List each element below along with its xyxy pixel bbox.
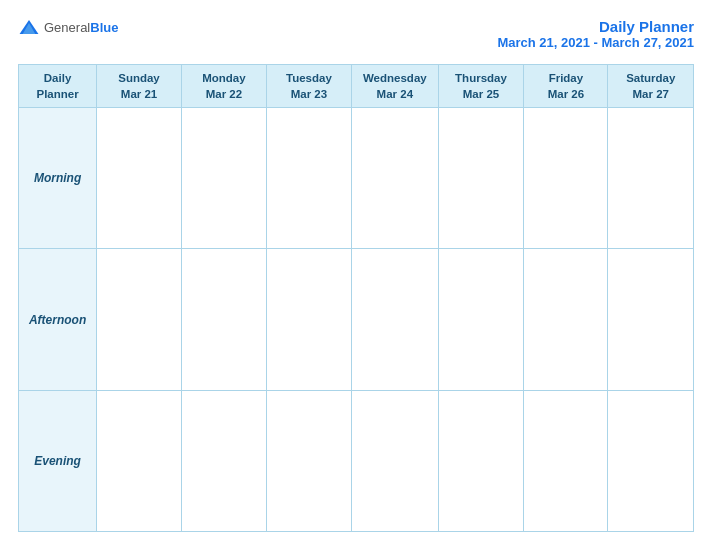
evening-tue[interactable] [266,390,351,531]
col-header-thu: ThursdayMar 25 [438,65,524,108]
logo: GeneralBlue [18,18,118,36]
row-evening: Evening [19,390,694,531]
morning-mon[interactable] [181,108,266,249]
morning-thu[interactable] [438,108,524,249]
col-header-tue: TuesdayMar 23 [266,65,351,108]
page: GeneralBlue Daily Planner March 21, 2021… [0,0,712,550]
evening-sun[interactable] [97,390,182,531]
afternoon-label: Afternoon [19,249,97,390]
col-header-mon: MondayMar 22 [181,65,266,108]
logo-blue: Blue [90,20,118,35]
evening-wed[interactable] [351,390,438,531]
morning-fri[interactable] [524,108,608,249]
morning-tue[interactable] [266,108,351,249]
afternoon-fri[interactable] [524,249,608,390]
col-header-fri: FridayMar 26 [524,65,608,108]
col-header-sat: SaturdayMar 27 [608,65,694,108]
afternoon-sat[interactable] [608,249,694,390]
evening-label: Evening [19,390,97,531]
header-date: March 21, 2021 - March 27, 2021 [497,35,694,50]
calendar-table: DailyPlanner SundayMar 21 MondayMar 22 T… [18,64,694,532]
evening-sat[interactable] [608,390,694,531]
row-afternoon: Afternoon [19,249,694,390]
morning-sat[interactable] [608,108,694,249]
logo-general: General [44,20,90,35]
col-header-sun: SundayMar 21 [97,65,182,108]
afternoon-thu[interactable] [438,249,524,390]
col-header-wed: WednesdayMar 24 [351,65,438,108]
afternoon-wed[interactable] [351,249,438,390]
header: GeneralBlue Daily Planner March 21, 2021… [18,18,694,50]
morning-label: Morning [19,108,97,249]
evening-thu[interactable] [438,390,524,531]
evening-fri[interactable] [524,390,608,531]
logo-icon [18,18,40,36]
evening-mon[interactable] [181,390,266,531]
afternoon-mon[interactable] [181,249,266,390]
row-morning: Morning [19,108,694,249]
header-title: Daily Planner [497,18,694,35]
col-header-label: DailyPlanner [19,65,97,108]
header-row: DailyPlanner SundayMar 21 MondayMar 22 T… [19,65,694,108]
morning-wed[interactable] [351,108,438,249]
afternoon-tue[interactable] [266,249,351,390]
afternoon-sun[interactable] [97,249,182,390]
header-right: Daily Planner March 21, 2021 - March 27,… [497,18,694,50]
morning-sun[interactable] [97,108,182,249]
